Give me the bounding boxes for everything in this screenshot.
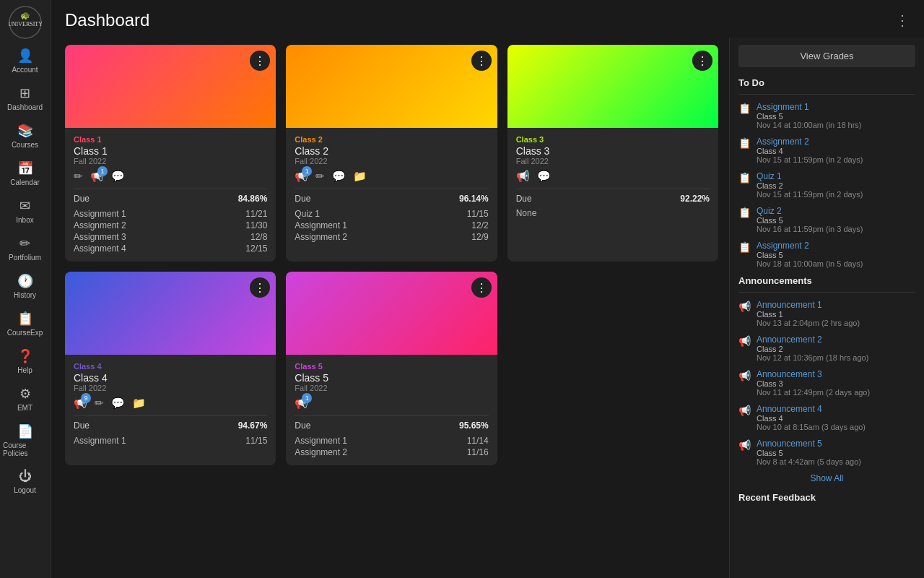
announcement-item: 📢 Announcement 2 Class 2 Nov 12 at 10:36…	[738, 335, 915, 362]
todo-title[interactable]: Assignment 2	[757, 241, 915, 251]
assignment-name: Assignment 3	[74, 232, 126, 242]
announcement-class: Class 5	[757, 449, 915, 457]
sidebar-item-courses[interactable]: 📚Courses	[0, 117, 50, 155]
card-icons-row: ✏ 1📢 💬	[74, 170, 267, 183]
todo-icon: 📋	[738, 172, 751, 184]
announce-icon[interactable]: 1📢	[295, 397, 308, 410]
sidebar-item-label: EMT	[17, 404, 32, 412]
card-options-button[interactable]: ⋮	[692, 51, 712, 71]
todo-class: Class 5	[757, 216, 915, 225]
no-assignments: None	[516, 208, 710, 218]
announce-icon: 📢	[738, 439, 751, 451]
assignment-name: Assignment 4	[74, 243, 126, 254]
inbox-icon: ✉	[19, 198, 30, 214]
edit-icon[interactable]: ✏	[95, 397, 104, 410]
card-divider	[74, 189, 267, 189]
chat-icon[interactable]: 💬	[111, 170, 125, 183]
todo-title[interactable]: Assignment 1	[757, 102, 915, 112]
card-divider	[74, 415, 267, 416]
sidebar-item-emt[interactable]: ⚙EMT	[0, 380, 50, 418]
chat-icon[interactable]: 💬	[332, 170, 346, 183]
page-header: Dashboard ⋮	[51, 0, 924, 38]
card-body: Class 5 Class 5 Fall 2022 1📢 Due 95.65% …	[286, 355, 497, 465]
todo-section-title: To Do	[738, 77, 915, 88]
announce-icon[interactable]: 9📢	[74, 397, 87, 410]
card-options-button[interactable]: ⋮	[471, 277, 492, 298]
sidebar-item-history[interactable]: 🕐History	[0, 267, 50, 305]
card-semester: Fall 2022	[295, 384, 488, 392]
courseexp-icon: 📋	[17, 311, 33, 327]
edit-icon[interactable]: ✏	[74, 170, 83, 183]
card-class-label: Class 4	[74, 362, 267, 371]
announcement-title[interactable]: Announcement 2	[757, 335, 915, 345]
todo-icon: 📋	[738, 137, 751, 149]
folder-icon[interactable]: 📁	[132, 397, 146, 410]
card-options-button[interactable]: ⋮	[471, 51, 492, 71]
sidebar-item-dashboard[interactable]: ⊞Dashboard	[0, 79, 50, 117]
announce-icon: 📢	[738, 335, 751, 347]
announce-icon[interactable]: 1📢	[90, 170, 104, 183]
card-banner: ⋮	[65, 45, 276, 128]
card-icons-row: 1📢 ✏ 💬 📁	[295, 170, 488, 183]
card-divider	[295, 189, 488, 189]
todo-class: Class 2	[757, 181, 915, 190]
announcement-item: 📢 Announcement 4 Class 4 Nov 10 at 8:15a…	[738, 404, 915, 431]
todo-title[interactable]: Quiz 1	[757, 171, 915, 181]
chat-icon[interactable]: 💬	[111, 397, 125, 410]
announce-info: Announcement 1 Class 1 Nov 13 at 2:04pm …	[757, 300, 915, 327]
todo-title[interactable]: Assignment 2	[757, 137, 915, 147]
sidebar-item-calendar[interactable]: 📅Calendar	[0, 155, 50, 192]
sidebar-item-courseexp[interactable]: 📋CourseExp	[0, 305, 50, 342]
announcement-class: Class 3	[757, 379, 915, 388]
announce-icon[interactable]: 1📢	[295, 170, 308, 183]
due-label: Due	[295, 420, 310, 431]
announcements-list: 📢 Announcement 1 Class 1 Nov 13 at 2:04p…	[738, 300, 915, 466]
card-divider	[516, 189, 710, 189]
announce-icon[interactable]: 📢	[516, 170, 530, 183]
card-divider	[295, 415, 488, 416]
card-icons-row: 📢 💬	[516, 170, 710, 183]
history-icon: 🕐	[17, 273, 33, 289]
sidebar-item-account[interactable]: 👤Account	[0, 42, 50, 79]
todo-title[interactable]: Quiz 2	[757, 206, 915, 216]
announcement-date: Nov 10 at 8:15am (3 days ago)	[757, 423, 915, 431]
announcement-date: Nov 8 at 4:42am (5 days ago)	[757, 457, 915, 466]
header-options-button[interactable]: ⋮	[895, 12, 910, 29]
announcement-title[interactable]: Announcement 3	[757, 369, 915, 379]
sidebar: UNIVERSITY 🐢 👤Account⊞Dashboard📚Courses📅…	[0, 0, 51, 578]
view-grades-button[interactable]: View Grades	[738, 45, 915, 67]
edit-icon[interactable]: ✏	[315, 170, 325, 183]
sidebar-item-help[interactable]: ❓Help	[0, 342, 50, 380]
todo-class: Class 5	[757, 112, 915, 121]
assignment-row: Assignment 1 11/15	[74, 435, 267, 447]
sidebar-item-label: Inbox	[16, 216, 33, 224]
folder-icon[interactable]: 📁	[353, 170, 367, 183]
notification-badge: 1	[302, 166, 312, 176]
sidebar-item-coursepolicies[interactable]: 📄Course Policies	[0, 418, 50, 463]
content-area: ⋮ Class 1 Class 1 Fall 2022 ✏ 1📢 💬 Due 8…	[51, 38, 924, 578]
svg-text:UNIVERSITY: UNIVERSITY	[9, 21, 42, 27]
announcement-title[interactable]: Announcement 4	[757, 404, 915, 414]
chat-icon[interactable]: 💬	[537, 170, 551, 183]
todo-item: 📋 Quiz 2 Class 5 Nov 16 at 11:59pm (in 3…	[738, 206, 915, 233]
due-label: Due	[74, 194, 90, 204]
announcement-title[interactable]: Announcement 1	[757, 300, 915, 310]
card-class-label: Class 5	[295, 362, 488, 371]
announcement-title[interactable]: Announcement 5	[757, 439, 915, 449]
assignment-row: Assignment 2 11/16	[295, 447, 488, 458]
emt-icon: ⚙	[19, 386, 31, 402]
logout-icon: ⏻	[19, 469, 32, 484]
sidebar-item-label: Calendar	[10, 178, 40, 186]
assignment-row: Assignment 2 11/30	[74, 220, 267, 231]
sidebar-item-inbox[interactable]: ✉Inbox	[0, 192, 50, 230]
announcements-section-title: Announcements	[738, 275, 915, 286]
todo-date: Nov 14 at 10:00am (in 18 hrs)	[757, 121, 915, 129]
announcement-item: 📢 Announcement 5 Class 5 Nov 8 at 4:42am…	[738, 439, 915, 466]
course-grid: ⋮ Class 1 Class 1 Fall 2022 ✏ 1📢 💬 Due 8…	[51, 38, 729, 578]
sidebar-item-portfolium[interactable]: ✏Portfolium	[0, 230, 50, 267]
due-label: Due	[74, 420, 90, 431]
show-all-button[interactable]: Show All	[738, 473, 915, 483]
assignment-row: Assignment 1 12/2	[295, 220, 488, 231]
sidebar-item-logout[interactable]: ⏻Logout	[0, 463, 50, 500]
todo-divider	[738, 94, 915, 95]
